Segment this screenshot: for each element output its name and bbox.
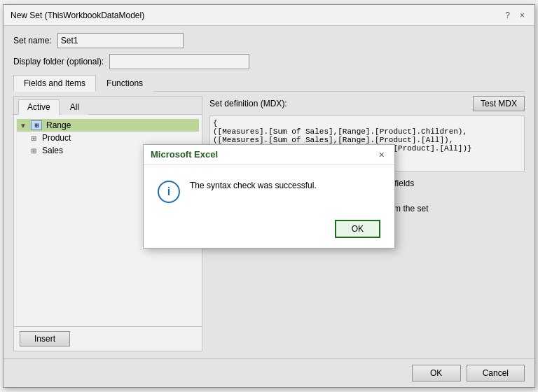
modal-message: The syntax check was successful. — [190, 179, 317, 192]
modal-dialog: Microsoft Excel × i The syntax check was… — [143, 144, 395, 248]
modal-close-button[interactable]: × — [376, 149, 387, 160]
modal-body: i The syntax check was successful. — [144, 165, 394, 214]
modal-overlay: Microsoft Excel × i The syntax check was… — [3, 4, 535, 388]
modal-title: Microsoft Excel — [151, 149, 218, 160]
modal-ok-button[interactable]: OK — [335, 220, 380, 238]
modal-info-icon: i — [158, 181, 180, 203]
modal-footer: OK — [144, 214, 394, 248]
modal-title-bar: Microsoft Excel × — [144, 145, 394, 165]
